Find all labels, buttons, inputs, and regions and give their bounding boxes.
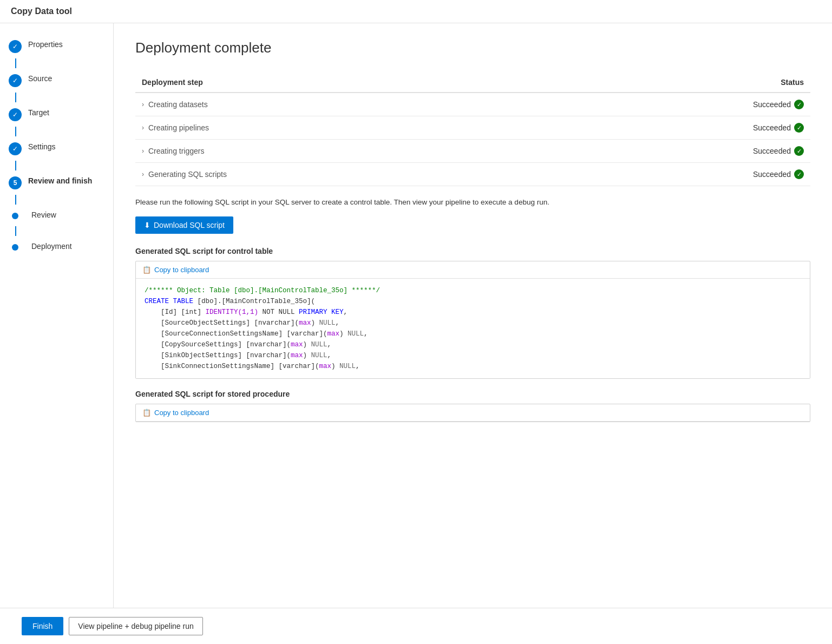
col-header-status: Status — [544, 73, 810, 93]
copy-clipboard-stored-proc[interactable]: 📋 Copy to clipboard — [136, 404, 810, 422]
content-area: Deployment complete Deployment step Stat… — [114, 23, 832, 608]
step-indicator-review-finish: 5 — [9, 176, 22, 189]
code-line-5: [SourceConnectionSettingsName] [varchar]… — [145, 328, 801, 339]
connector-4 — [15, 161, 16, 170]
sidebar-label-target: Target — [28, 108, 49, 119]
sql-code-area: /****** Object: Table [dbo].[MainControl… — [136, 279, 810, 378]
step-indicator-review — [12, 213, 18, 219]
step-indicator-source: ✓ — [9, 74, 22, 87]
view-pipeline-button[interactable]: View pipeline + debug pipeline run — [69, 617, 202, 635]
table-row[interactable]: › Creating pipelines Succeeded ✓ — [135, 116, 810, 140]
step-indicator-deployment — [12, 244, 18, 251]
sidebar-label-source: Source — [28, 74, 52, 84]
sidebar: ✓ Properties ✓ Source ✓ Target ✓ Setting… — [0, 23, 114, 608]
status-text: Succeeded — [753, 170, 791, 179]
sidebar-item-review[interactable]: Review — [0, 205, 113, 226]
sidebar-label-deployment: Deployment — [31, 241, 72, 252]
app-title: Copy Data tool — [0, 0, 832, 23]
code-line-2: CREATE TABLE [dbo].[MainControlTable_35o… — [145, 296, 801, 307]
copy-icon: 📋 — [142, 266, 151, 274]
table-row[interactable]: › Creating datasets Succeeded ✓ — [135, 93, 810, 116]
step-indicator-settings: ✓ — [9, 142, 22, 155]
success-icon: ✓ — [794, 169, 804, 179]
status-text: Succeeded — [753, 147, 791, 155]
sidebar-item-properties[interactable]: ✓ Properties — [0, 34, 113, 58]
code-line-1: /****** Object: Table [dbo].[MainControl… — [145, 285, 801, 296]
code-line-6: [CopySourceSettings] [nvarchar](max) NUL… — [145, 339, 801, 350]
sidebar-item-deployment[interactable]: Deployment — [0, 236, 113, 258]
stored-proc-script-container: 📋 Copy to clipboard — [135, 404, 810, 422]
expand-chevron[interactable]: › — [142, 124, 144, 132]
copy-clipboard-control-table[interactable]: 📋 Copy to clipboard — [136, 261, 810, 279]
connector-5 — [15, 195, 16, 205]
sql-section-title: Generated SQL script for control table — [135, 247, 810, 255]
copy-icon-2: 📋 — [142, 409, 151, 417]
finish-button[interactable]: Finish — [22, 617, 63, 635]
code-line-7: [SinkObjectSettings] [nvarchar](max) NUL… — [145, 350, 801, 361]
expand-chevron[interactable]: › — [142, 147, 144, 155]
step-label: Creating triggers — [148, 147, 205, 155]
sidebar-label-properties: Properties — [28, 40, 63, 50]
success-icon: ✓ — [794, 123, 804, 133]
page-title: Deployment complete — [135, 40, 810, 56]
step-label: Creating pipelines — [148, 123, 209, 132]
download-btn-label: Download SQL script — [154, 221, 225, 229]
sidebar-item-settings[interactable]: ✓ Settings — [0, 136, 113, 161]
step-indicator-target: ✓ — [9, 108, 22, 121]
step-indicator-properties: ✓ — [9, 40, 22, 53]
step-label: Creating datasets — [148, 100, 208, 109]
code-line-4: [SourceObjectSettings] [nvarchar](max) N… — [145, 318, 801, 328]
status-text: Succeeded — [753, 123, 791, 132]
stored-proc-section-title: Generated SQL script for stored procedur… — [135, 390, 810, 398]
code-line-8: [SinkConnectionSettingsName] [varchar](m… — [145, 361, 801, 372]
code-line-3: [Id] [int] IDENTITY(1,1) NOT NULL PRIMAR… — [145, 307, 801, 318]
sidebar-label-review: Review — [31, 210, 56, 221]
sidebar-label-review-finish: Review and finish — [28, 176, 92, 187]
status-text: Succeeded — [753, 100, 791, 109]
sidebar-label-settings: Settings — [28, 142, 56, 153]
step-label: Generating SQL scripts — [148, 170, 227, 179]
connector-6 — [15, 226, 16, 236]
download-sql-button[interactable]: ⬇ Download SQL script — [135, 216, 233, 234]
connector-1 — [15, 58, 16, 68]
col-header-step: Deployment step — [135, 73, 544, 93]
expand-chevron[interactable]: › — [142, 170, 144, 178]
success-icon: ✓ — [794, 146, 804, 156]
sql-script-container: 📋 Copy to clipboard /****** Object: Tabl… — [135, 261, 810, 379]
success-icon: ✓ — [794, 100, 804, 109]
connector-2 — [15, 93, 16, 102]
footer-actions: Finish View pipeline + debug pipeline ru… — [0, 608, 832, 644]
download-icon: ⬇ — [144, 221, 150, 229]
sidebar-item-review-finish[interactable]: 5 Review and finish — [0, 170, 113, 195]
copy-clipboard-label: Copy to clipboard — [154, 266, 209, 274]
info-text: Please run the following SQL script in y… — [135, 197, 810, 208]
copy-clipboard-label-2: Copy to clipboard — [154, 409, 209, 417]
table-row[interactable]: › Creating triggers Succeeded ✓ — [135, 140, 810, 163]
deployment-table: Deployment step Status › Creating datase… — [135, 73, 810, 186]
table-row[interactable]: › Generating SQL scripts Succeeded ✓ — [135, 163, 810, 186]
sidebar-item-source[interactable]: ✓ Source — [0, 68, 113, 93]
expand-chevron[interactable]: › — [142, 101, 144, 108]
sidebar-item-target[interactable]: ✓ Target — [0, 102, 113, 127]
connector-3 — [15, 127, 16, 136]
